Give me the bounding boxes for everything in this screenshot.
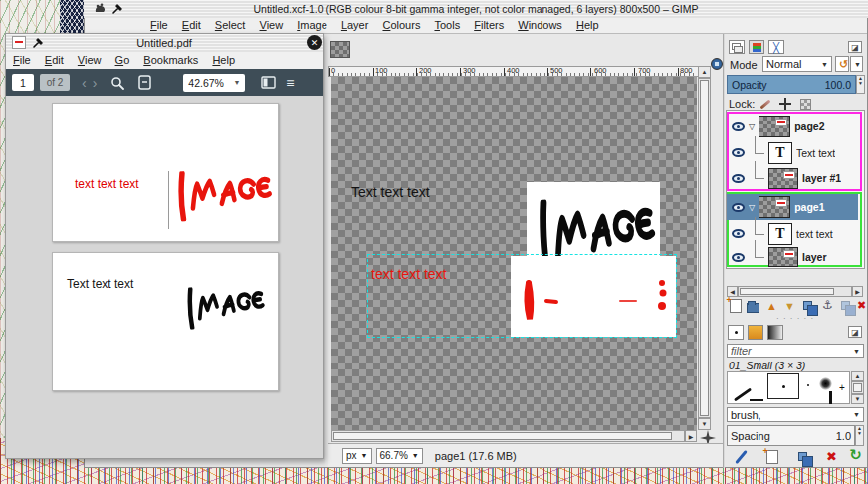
gimp-menu-windows[interactable]: Windows <box>518 18 562 33</box>
opacity-spinner[interactable]: ▲ ▼ <box>856 75 865 94</box>
lock-position-icon[interactable] <box>778 97 792 111</box>
layer-row-layer-1[interactable]: layer #1 <box>727 166 858 190</box>
brush-filter-input[interactable]: filter ▼ <box>727 344 864 358</box>
pin-icon[interactable] <box>32 37 44 49</box>
mode-extra-dropdown[interactable]: ▼ <box>850 56 863 72</box>
paths-tab-icon[interactable]: ╳ <box>768 40 784 54</box>
brush-dash[interactable] <box>750 399 763 401</box>
brush-small-selected[interactable] <box>767 373 799 399</box>
canvas-scroll-right[interactable]: ▶ <box>685 430 697 442</box>
pdf-menu-file[interactable]: File <box>13 52 31 69</box>
layers-tab-icon[interactable] <box>729 40 745 54</box>
gimp-menu-file[interactable]: File <box>150 18 168 33</box>
new-layer-button[interactable]: + <box>728 299 743 313</box>
layer-row-page2[interactable]: ▽ page2 <box>727 114 858 139</box>
hamburger-menu-icon[interactable]: ≡ <box>286 75 294 91</box>
patterns-tab-icon[interactable] <box>748 325 763 340</box>
brush-fuzzy-circle[interactable] <box>819 377 832 390</box>
expand-triangle-icon[interactable]: ▽ <box>749 122 755 131</box>
pdf-page-2[interactable]: Text text text <box>52 252 279 391</box>
brushes-tab-icon[interactable] <box>728 325 744 340</box>
brush-scroll-up[interactable]: ▲ <box>851 371 864 381</box>
pdf-menu-edit[interactable]: Edit <box>45 52 64 69</box>
visibility-eye-icon[interactable] <box>732 253 745 262</box>
gimp-titlebar[interactable]: Untitled.xcf-1.0 (RGB colour 8-bit gamma… <box>84 0 868 18</box>
pdf-close-button[interactable]: ✕ <box>307 35 322 50</box>
lock-pixels-icon[interactable] <box>759 97 772 111</box>
pdf-next-page-button[interactable]: › <box>93 75 98 91</box>
visibility-eye-icon[interactable] <box>732 229 745 238</box>
gimp-menu-help[interactable]: Help <box>576 18 599 33</box>
refresh-brushes-button[interactable]: ↻ <box>848 448 863 462</box>
spinner-down-icon[interactable]: ▼ <box>856 431 863 436</box>
gimp-menu-image[interactable]: Image <box>297 18 327 33</box>
edit-brush-button[interactable] <box>734 450 749 464</box>
mode-dropdown[interactable]: Normal ▼ <box>762 56 832 72</box>
pdf-page-number-input[interactable] <box>12 74 34 91</box>
gimp-menu-filters[interactable]: Filters <box>474 18 504 33</box>
visibility-eye-icon[interactable] <box>732 174 745 183</box>
gimp-menu-edit[interactable]: Edit <box>182 18 201 33</box>
brush-scrollbar[interactable] <box>851 381 864 394</box>
new-brush-button[interactable]: + <box>764 450 779 464</box>
canvas-vertical-scrollbar[interactable] <box>698 78 711 418</box>
lower-layer-button[interactable]: ▼ <box>782 299 797 313</box>
canvas-scroll-down[interactable]: ▼ <box>698 418 711 430</box>
layer-row-layer-2[interactable]: layer <box>727 246 858 268</box>
visibility-eye-icon[interactable] <box>732 122 745 131</box>
layer-row-text-text-2[interactable]: T text text <box>727 221 858 246</box>
anchor-layer-button[interactable]: ⚓ <box>820 298 835 312</box>
gimp-menu-layer[interactable]: Layer <box>341 18 369 33</box>
layer-row-text-text-1[interactable]: T Text text <box>727 140 858 165</box>
canvas[interactable]: Text text text text text text <box>331 77 697 430</box>
duplicate-brush-button[interactable] <box>795 449 810 463</box>
gimp-menu-select[interactable]: Select <box>215 18 246 33</box>
pdf-menu-view[interactable]: View <box>78 52 102 69</box>
mode-history-button[interactable]: ↺ <box>835 56 849 72</box>
delete-layer-button[interactable]: ✖ <box>854 298 868 312</box>
pdf-menu-bookmarks[interactable]: Bookmarks <box>143 52 198 69</box>
pdf-content-area[interactable]: text text text Text text text <box>6 96 323 458</box>
pdf-prev-page-button[interactable]: ‹ <box>82 75 87 91</box>
pdf-titlebar[interactable]: Untitled.pdf ✕ <box>6 34 323 52</box>
canvas-horizontal-scrollbar[interactable] <box>331 430 685 442</box>
search-icon[interactable] <box>110 76 124 90</box>
gimp-menu-view[interactable]: View <box>260 18 284 33</box>
brush-plus[interactable]: + <box>839 382 845 393</box>
pdf-zoom-dropdown[interactable]: 42.67% ▼ <box>183 74 245 92</box>
canvas-scroll-up[interactable]: ▲ <box>698 66 711 78</box>
spacing-spinner[interactable]: ▲ ▼ <box>855 425 864 446</box>
image-tab-thumbnail[interactable] <box>330 41 350 58</box>
layer-row-page1-selected[interactable]: ▽ page1 <box>727 194 858 220</box>
brush-grid[interactable]: + <box>727 371 850 404</box>
delete-brush-button[interactable]: ✖ <box>824 449 839 463</box>
visibility-eye-icon[interactable] <box>732 203 745 212</box>
layers-horizontal-scrollbar[interactable] <box>738 286 852 297</box>
new-layer-group-button[interactable] <box>746 299 760 313</box>
duplicate-layer-button[interactable] <box>800 298 815 312</box>
visibility-eye-icon[interactable] <box>732 148 745 157</box>
spinner-down-icon[interactable]: ▼ <box>857 81 864 86</box>
brush-vertical-bar[interactable] <box>829 391 832 404</box>
pdf-menu-help[interactable]: Help <box>212 52 235 69</box>
lock-alpha-icon[interactable] <box>798 97 812 111</box>
expand-triangle-icon[interactable]: ▽ <box>749 203 755 212</box>
zoom-dropdown[interactable]: 66.7% ▼ <box>376 448 423 464</box>
pin-icon[interactable] <box>111 3 123 15</box>
brush-select-dropdown[interactable]: brush, ▼ <box>727 407 864 422</box>
annotations-icon[interactable] <box>138 75 151 90</box>
pdf-page-1[interactable]: text text text <box>52 103 279 242</box>
dock-configure-icon[interactable]: ◪ <box>848 41 862 53</box>
gimp-menu-tools[interactable]: Tools <box>434 18 460 33</box>
spacing-control[interactable]: Spacing 1.0 <box>727 425 855 446</box>
merge-layer-button[interactable] <box>838 298 853 312</box>
sidebar-toggle-icon[interactable] <box>261 76 276 89</box>
brush-dot[interactable] <box>807 384 809 386</box>
gimp-menu-colours[interactable]: Colours <box>382 18 420 33</box>
zoom-follow-window-toggle[interactable] <box>711 58 723 70</box>
brushes-configure-icon[interactable]: ◪ <box>848 326 862 338</box>
gradients-tab-icon[interactable] <box>767 325 783 340</box>
layers-scroll-right[interactable]: ▶ <box>852 286 863 297</box>
dock-drag-handle[interactable]: · · · · · · <box>776 314 814 323</box>
raise-layer-button[interactable]: ▲ <box>764 299 779 313</box>
